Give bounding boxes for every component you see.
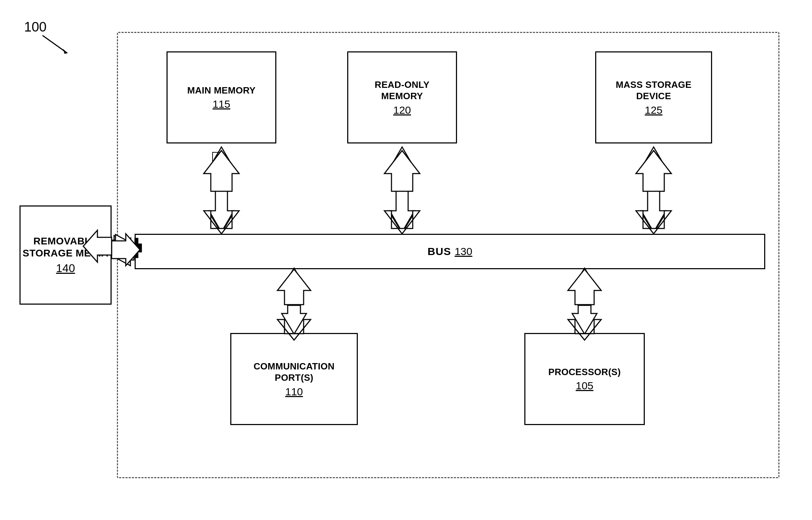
main-memory-title: MAIN MEMORY: [187, 85, 256, 96]
mass-storage-box: MASS STORAGEDEVICE 125: [595, 51, 712, 143]
bus-title: BUS: [428, 245, 451, 258]
processors-box: PROCESSOR(S) 105: [524, 333, 645, 425]
communication-ports-number: 110: [285, 386, 303, 398]
main-memory-number: 115: [213, 98, 230, 110]
mass-storage-title: MASS STORAGEDEVICE: [616, 79, 692, 102]
processors-title: PROCESSOR(S): [548, 366, 621, 378]
communication-ports-box: COMMUNICATIONPORT(S) 110: [230, 333, 358, 425]
diagram-container: 100 REMOVABLESTORAGE MEDIA 140 MAIN MEMO…: [0, 0, 812, 520]
main-memory-box: MAIN MEMORY 115: [167, 51, 276, 143]
read-only-memory-title: READ-ONLYMEMORY: [375, 79, 430, 102]
mass-storage-number: 125: [645, 104, 662, 116]
removable-storage-box: REMOVABLESTORAGE MEDIA 140: [19, 205, 112, 305]
communication-ports-title: COMMUNICATIONPORT(S): [254, 361, 335, 384]
removable-storage-number: 140: [56, 262, 75, 275]
read-only-memory-number: 120: [393, 104, 411, 116]
removable-storage-title: REMOVABLESTORAGE MEDIA: [23, 235, 108, 259]
bus-number: 130: [455, 245, 472, 258]
bus-bar: BUS 130: [135, 234, 765, 269]
svg-marker-1: [63, 49, 67, 54]
processors-number: 105: [576, 380, 593, 392]
label-arrow: [35, 28, 106, 64]
read-only-memory-box: READ-ONLYMEMORY 120: [347, 51, 457, 143]
